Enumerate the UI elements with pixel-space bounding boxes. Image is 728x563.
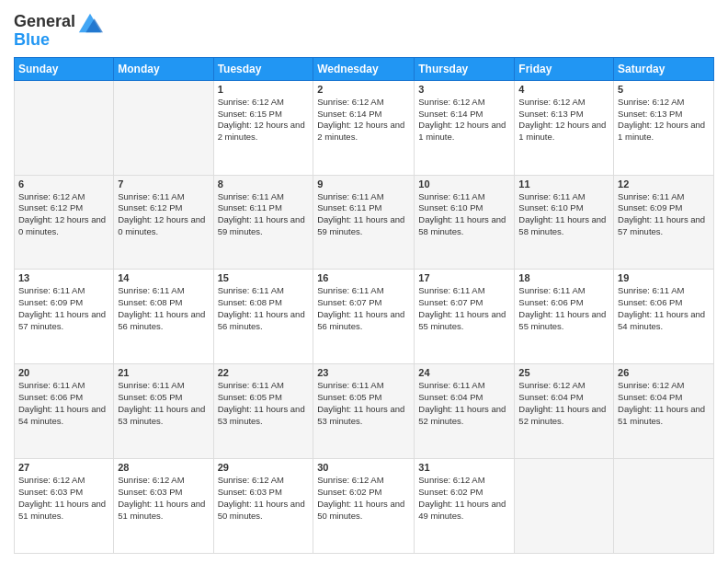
- day-info: Sunrise: 6:12 AM Sunset: 6:04 PM Dayligh…: [518, 380, 609, 427]
- day-number: 31: [418, 462, 510, 473]
- calendar-cell: [515, 459, 614, 554]
- calendar-week-3: 20Sunrise: 6:11 AM Sunset: 6:06 PM Dayli…: [15, 364, 714, 459]
- calendar-cell: 16Sunrise: 6:11 AM Sunset: 6:07 PM Dayli…: [313, 270, 415, 364]
- calendar-cell: 6Sunrise: 6:12 AM Sunset: 6:12 PM Daylig…: [15, 175, 114, 270]
- day-number: 16: [317, 272, 410, 283]
- calendar-header-sunday: Sunday: [15, 57, 114, 80]
- calendar-cell: [114, 80, 213, 175]
- day-info: Sunrise: 6:11 AM Sunset: 6:12 PM Dayligh…: [118, 191, 209, 238]
- day-info: Sunrise: 6:11 AM Sunset: 6:05 PM Dayligh…: [118, 380, 209, 427]
- logo-text: General: [14, 13, 75, 31]
- day-number: 6: [18, 178, 109, 190]
- day-number: 9: [317, 178, 410, 190]
- day-number: 12: [618, 178, 710, 190]
- day-number: 28: [118, 462, 209, 473]
- logo: General Blue: [14, 9, 103, 50]
- calendar: SundayMondayTuesdayWednesdayThursdayFrid…: [14, 57, 714, 554]
- day-info: Sunrise: 6:12 AM Sunset: 6:02 PM Dayligh…: [317, 475, 410, 522]
- calendar-cell: 20Sunrise: 6:11 AM Sunset: 6:06 PM Dayli…: [15, 364, 114, 459]
- day-number: 14: [118, 272, 209, 283]
- day-info: Sunrise: 6:11 AM Sunset: 6:10 PM Dayligh…: [418, 191, 510, 238]
- calendar-cell: 10Sunrise: 6:11 AM Sunset: 6:10 PM Dayli…: [415, 175, 515, 270]
- calendar-cell: 3Sunrise: 6:12 AM Sunset: 6:14 PM Daylig…: [415, 80, 515, 175]
- calendar-cell: 4Sunrise: 6:12 AM Sunset: 6:13 PM Daylig…: [515, 80, 614, 175]
- day-info: Sunrise: 6:11 AM Sunset: 6:11 PM Dayligh…: [317, 191, 410, 238]
- calendar-header-friday: Friday: [515, 57, 614, 80]
- calendar-cell: 2Sunrise: 6:12 AM Sunset: 6:14 PM Daylig…: [313, 80, 415, 175]
- day-info: Sunrise: 6:11 AM Sunset: 6:08 PM Dayligh…: [218, 285, 310, 332]
- day-number: 23: [317, 367, 410, 378]
- day-info: Sunrise: 6:12 AM Sunset: 6:15 PM Dayligh…: [218, 97, 310, 144]
- day-info: Sunrise: 6:11 AM Sunset: 6:10 PM Dayligh…: [518, 191, 609, 238]
- calendar-header-wednesday: Wednesday: [313, 57, 415, 80]
- day-number: 3: [418, 84, 510, 95]
- day-info: Sunrise: 6:12 AM Sunset: 6:04 PM Dayligh…: [618, 380, 710, 427]
- day-info: Sunrise: 6:11 AM Sunset: 6:06 PM Dayligh…: [518, 285, 609, 332]
- calendar-cell: 24Sunrise: 6:11 AM Sunset: 6:04 PM Dayli…: [415, 364, 515, 459]
- day-info: Sunrise: 6:11 AM Sunset: 6:11 PM Dayligh…: [218, 191, 310, 238]
- day-number: 20: [18, 367, 109, 378]
- calendar-cell: 31Sunrise: 6:12 AM Sunset: 6:02 PM Dayli…: [415, 459, 515, 554]
- calendar-cell: 18Sunrise: 6:11 AM Sunset: 6:06 PM Dayli…: [515, 270, 614, 364]
- day-info: Sunrise: 6:12 AM Sunset: 6:14 PM Dayligh…: [317, 97, 410, 144]
- page: General Blue SundayMondayTuesdayWednesda…: [0, 0, 728, 563]
- day-info: Sunrise: 6:11 AM Sunset: 6:04 PM Dayligh…: [418, 380, 510, 427]
- day-info: Sunrise: 6:11 AM Sunset: 6:06 PM Dayligh…: [18, 380, 109, 427]
- day-info: Sunrise: 6:11 AM Sunset: 6:07 PM Dayligh…: [317, 285, 410, 332]
- day-number: 15: [218, 272, 310, 283]
- day-number: 22: [218, 367, 310, 378]
- day-number: 2: [317, 84, 410, 95]
- calendar-cell: 26Sunrise: 6:12 AM Sunset: 6:04 PM Dayli…: [614, 364, 714, 459]
- day-number: 18: [518, 272, 609, 283]
- day-info: Sunrise: 6:12 AM Sunset: 6:03 PM Dayligh…: [118, 475, 209, 522]
- calendar-cell: 19Sunrise: 6:11 AM Sunset: 6:06 PM Dayli…: [614, 270, 714, 364]
- day-number: 26: [618, 367, 710, 378]
- day-number: 7: [118, 178, 209, 190]
- day-number: 25: [518, 367, 609, 378]
- day-number: 19: [618, 272, 710, 283]
- calendar-header-monday: Monday: [114, 57, 213, 80]
- day-info: Sunrise: 6:12 AM Sunset: 6:03 PM Dayligh…: [18, 475, 109, 522]
- header: General Blue: [14, 9, 714, 50]
- calendar-cell: 5Sunrise: 6:12 AM Sunset: 6:13 PM Daylig…: [614, 80, 714, 175]
- calendar-cell: 17Sunrise: 6:11 AM Sunset: 6:07 PM Dayli…: [415, 270, 515, 364]
- calendar-week-2: 13Sunrise: 6:11 AM Sunset: 6:09 PM Dayli…: [15, 270, 714, 364]
- logo-icon: [77, 9, 103, 35]
- day-number: 30: [317, 462, 410, 473]
- calendar-week-1: 6Sunrise: 6:12 AM Sunset: 6:12 PM Daylig…: [15, 175, 714, 270]
- calendar-cell: 9Sunrise: 6:11 AM Sunset: 6:11 PM Daylig…: [313, 175, 415, 270]
- day-info: Sunrise: 6:12 AM Sunset: 6:02 PM Dayligh…: [418, 475, 510, 522]
- day-info: Sunrise: 6:11 AM Sunset: 6:09 PM Dayligh…: [18, 285, 109, 332]
- calendar-week-0: 1Sunrise: 6:12 AM Sunset: 6:15 PM Daylig…: [15, 80, 714, 175]
- calendar-header-tuesday: Tuesday: [213, 57, 313, 80]
- day-number: 29: [218, 462, 310, 473]
- calendar-cell: 15Sunrise: 6:11 AM Sunset: 6:08 PM Dayli…: [213, 270, 313, 364]
- calendar-cell: 28Sunrise: 6:12 AM Sunset: 6:03 PM Dayli…: [114, 459, 213, 554]
- day-number: 13: [18, 272, 109, 283]
- calendar-cell: 21Sunrise: 6:11 AM Sunset: 6:05 PM Dayli…: [114, 364, 213, 459]
- calendar-cell: 27Sunrise: 6:12 AM Sunset: 6:03 PM Dayli…: [15, 459, 114, 554]
- day-info: Sunrise: 6:11 AM Sunset: 6:07 PM Dayligh…: [418, 285, 510, 332]
- day-info: Sunrise: 6:11 AM Sunset: 6:09 PM Dayligh…: [618, 191, 710, 238]
- calendar-cell: 11Sunrise: 6:11 AM Sunset: 6:10 PM Dayli…: [515, 175, 614, 270]
- logo-blue: Blue: [14, 31, 50, 50]
- calendar-cell: 14Sunrise: 6:11 AM Sunset: 6:08 PM Dayli…: [114, 270, 213, 364]
- calendar-cell: 7Sunrise: 6:11 AM Sunset: 6:12 PM Daylig…: [114, 175, 213, 270]
- day-number: 5: [618, 84, 710, 95]
- day-number: 8: [218, 178, 310, 190]
- day-info: Sunrise: 6:12 AM Sunset: 6:14 PM Dayligh…: [418, 97, 510, 144]
- calendar-cell: [614, 459, 714, 554]
- day-info: Sunrise: 6:12 AM Sunset: 6:12 PM Dayligh…: [18, 191, 109, 238]
- day-info: Sunrise: 6:12 AM Sunset: 6:03 PM Dayligh…: [218, 475, 310, 522]
- day-number: 10: [418, 178, 510, 190]
- day-info: Sunrise: 6:12 AM Sunset: 6:13 PM Dayligh…: [618, 97, 710, 144]
- calendar-cell: 22Sunrise: 6:11 AM Sunset: 6:05 PM Dayli…: [213, 364, 313, 459]
- day-number: 21: [118, 367, 209, 378]
- day-number: 11: [518, 178, 609, 190]
- calendar-cell: 12Sunrise: 6:11 AM Sunset: 6:09 PM Dayli…: [614, 175, 714, 270]
- calendar-header-row: SundayMondayTuesdayWednesdayThursdayFrid…: [15, 57, 714, 80]
- day-info: Sunrise: 6:12 AM Sunset: 6:13 PM Dayligh…: [518, 97, 609, 144]
- day-number: 17: [418, 272, 510, 283]
- day-number: 1: [218, 84, 310, 95]
- calendar-cell: 13Sunrise: 6:11 AM Sunset: 6:09 PM Dayli…: [15, 270, 114, 364]
